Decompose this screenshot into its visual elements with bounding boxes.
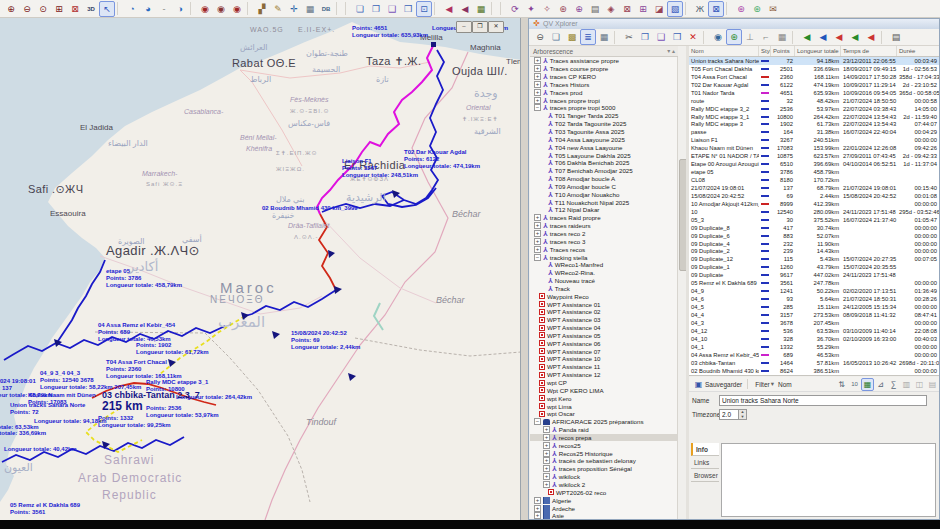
link-icon[interactable]: ⊥	[742, 29, 758, 45]
tree-item[interactable]: wpt Lima	[530, 402, 677, 410]
close-map-icon[interactable]: ⊠	[708, 1, 724, 17]
clip-page-icon[interactable]: ⊡	[416, 1, 432, 17]
prev-red-icon[interactable]: ◀	[441, 1, 457, 17]
expander-icon[interactable]: −	[534, 418, 541, 425]
table-row[interactable]: T01 Nador Tarda4651635.93km10/09/2016 09…	[689, 89, 939, 97]
tree-item[interactable]: +Asie	[530, 512, 677, 519]
expander-icon[interactable]: −	[534, 254, 541, 261]
style-dropdown-icon[interactable]: ⊿	[874, 378, 887, 391]
table-view-icon[interactable]: ▦	[596, 29, 612, 45]
tree-item[interactable]: WPT2026-02 reco	[530, 488, 677, 496]
expander-icon[interactable]: +	[534, 89, 541, 96]
expander-icon[interactable]: +	[534, 238, 541, 245]
tree-item[interactable]: YT06 Dakhla Benichab 2025	[530, 159, 677, 167]
tree-item[interactable]: WPT Assistance 05	[530, 332, 677, 340]
tree-item[interactable]: YT05 Laayoune Dakhla 2025	[530, 151, 677, 159]
expander-icon[interactable]: +	[534, 81, 541, 88]
tree-item[interactable]: wpt Oscar	[530, 410, 677, 418]
tree-item[interactable]: Waypoint Reco	[530, 292, 677, 300]
tree-item[interactable]: YT12 Nipal Dakar	[530, 206, 677, 214]
draw-icon[interactable]: ✎	[270, 1, 286, 17]
tree-item[interactable]: WPT Assistance 01	[530, 300, 677, 308]
column-header-style[interactable]: Style	[759, 46, 771, 56]
zoom-window-icon[interactable]: ⊞	[51, 1, 67, 17]
send-1-icon[interactable]: ◀	[799, 29, 815, 45]
tree-item[interactable]: +Yrecos25	[530, 441, 677, 449]
save-button[interactable]: Sauvegarder	[705, 381, 742, 388]
expander-icon[interactable]: +	[534, 97, 541, 104]
send-2-icon[interactable]: ◀	[815, 29, 831, 45]
table-row[interactable]: 09 Duplicate_423211.90km00:00:00	[689, 240, 939, 248]
tree-item[interactable]: WPT Assistance 02	[530, 308, 677, 316]
tree-item[interactable]: WPT Assistance 03	[530, 316, 677, 324]
zoom-select-icon[interactable]: ⊙	[35, 1, 51, 17]
table-row[interactable]: T04 Assa Fort Chacal2360168.11km14/09/20…	[689, 73, 939, 81]
table-row[interactable]: 04_1253663.53km03/10/2009 11:40:1422:08:…	[689, 327, 939, 335]
view-3d-button[interactable]: 3D	[83, 1, 99, 17]
map-tool-6-icon[interactable]: ▤	[587, 1, 603, 17]
table-row[interactable]: 04_528515.11km24/12/2005 15:15:3400:00:0…	[689, 303, 939, 311]
db-icon[interactable]: DB	[318, 1, 334, 17]
column-header-temps[interactable]: Temps de démarrage	[841, 46, 897, 56]
nav-forward-icon[interactable]: ◕	[140, 1, 156, 17]
expander-icon[interactable]: −	[534, 104, 541, 111]
table-row[interactable]: 10 Amodjar Akjoujt 412km_89998999412.39k…	[689, 200, 939, 208]
expander-icon[interactable]: +	[534, 505, 541, 512]
table-row[interactable]: 04_1032836.70km02/10/2009 16:33:0000:40:…	[689, 335, 939, 343]
mail-icon[interactable]: ✉	[765, 1, 781, 17]
panel-1-icon[interactable]: ▥	[900, 378, 913, 391]
tree-item[interactable]: YT10 Amodjar Nouakcho	[530, 190, 677, 198]
restore-button[interactable]: ❐	[472, 21, 488, 33]
expander-icon[interactable]: +	[543, 473, 550, 480]
expander-icon[interactable]: +	[534, 512, 541, 519]
tab-info[interactable]: Info	[691, 443, 719, 456]
new-item-icon[interactable]: ❏	[548, 29, 564, 45]
table-row[interactable]: 09 Duplicate_223914.43km00:00:00	[689, 248, 939, 256]
tree-item[interactable]: +YTraces recos	[530, 245, 677, 253]
expander-icon[interactable]: +	[534, 230, 541, 237]
expander-icon[interactable]: +	[543, 434, 550, 441]
grid-icon[interactable]: ▦	[302, 1, 318, 17]
table-row[interactable]: ETAPE N° 01 NADOR / TARDA10875623.57km27…	[689, 152, 939, 160]
numbering-icon[interactable]: 10	[848, 378, 861, 391]
tools-icon[interactable]: ▞	[254, 1, 270, 17]
table-row[interactable]: route3248.42km21/07/2024 18:50:5000:00:5…	[689, 97, 939, 105]
tree-item[interactable]: +YTraces Histors	[530, 81, 677, 89]
tree-item[interactable]: YT09 Amodjar boucle C	[530, 183, 677, 191]
overlay-icon[interactable]: ▧	[667, 1, 683, 17]
tree-item[interactable]: +Ytraces CP KERO	[530, 73, 677, 81]
table-row[interactable]: Liaison F13267240.51km00:00:00	[689, 136, 939, 144]
close-button[interactable]: ✕	[488, 21, 504, 33]
expander-icon[interactable]: +	[534, 65, 541, 72]
tree-item[interactable]: +Ytraces reco 2	[530, 230, 677, 238]
tree-item[interactable]: wpt Kero	[530, 394, 677, 402]
expander-icon[interactable]: +	[543, 481, 550, 488]
grid-view-icon[interactable]: ▦	[774, 29, 790, 45]
tree-header[interactable]: Arborescence ▾ ▴	[530, 46, 678, 57]
tree-item[interactable]: YT04 new Assa Laayoune	[530, 143, 677, 151]
map-tool-5-icon[interactable]: ⊕	[571, 1, 587, 17]
tree-item[interactable]: WPT Assistance 06	[530, 339, 677, 347]
nav-dash-icon[interactable]: -	[156, 1, 172, 17]
table-row[interactable]: 05_330375.52km16/07/2024 21:37:4001:05:4…	[689, 216, 939, 224]
expander-icon[interactable]: +	[534, 214, 541, 221]
tree-item[interactable]: WPT Assistance 04	[530, 324, 677, 332]
clip-paste-icon[interactable]: ❑	[384, 1, 400, 17]
tree-item[interactable]: +YPanda raid	[530, 426, 677, 434]
name-input[interactable]	[719, 395, 927, 406]
list-view-icon[interactable]: ≣	[580, 29, 596, 45]
table-row[interactable]: Etape 00 Azougui Azougui6510396.69km04/1…	[689, 160, 939, 168]
tree-item[interactable]: YTrack	[530, 284, 677, 292]
expander-icon[interactable]: +	[534, 246, 541, 253]
table-row[interactable]: 09 Duplicate_121155.43km15/07/2024 20:27…	[689, 255, 939, 263]
tree-item[interactable]: YT01 Tanger Tarda 2025	[530, 112, 677, 120]
expander-icon[interactable]: +	[534, 73, 541, 80]
send-3-icon[interactable]: ◀	[831, 29, 847, 45]
table-row[interactable]: 02 Boudnib Mhamid 430 km_39998624386.51k…	[689, 367, 939, 375]
show-icon[interactable]: ◉	[710, 29, 726, 45]
tree-item[interactable]: WPT Assistance 11	[530, 363, 677, 371]
expander-icon[interactable]: +	[534, 57, 541, 64]
expander-icon[interactable]: +	[534, 222, 541, 229]
tree-item[interactable]: +Ywikilock	[530, 473, 677, 481]
show-map-icon[interactable]: ⊛	[726, 29, 742, 45]
